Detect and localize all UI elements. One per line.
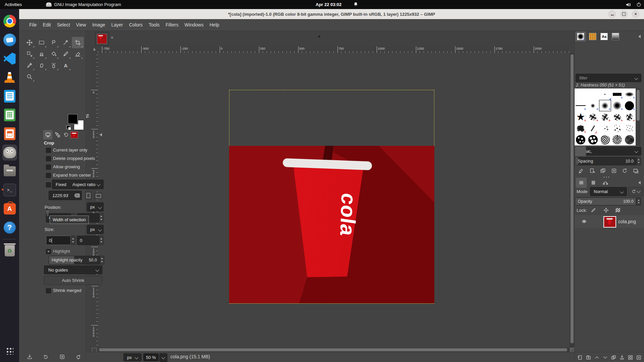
brush-cell-21[interactable] bbox=[575, 134, 587, 145]
dock-item-vscode[interactable] bbox=[1, 49, 18, 68]
brush-cell-8-selected[interactable]: + bbox=[599, 100, 611, 111]
reset-button[interactable] bbox=[75, 354, 81, 360]
brush-cell-10[interactable]: + bbox=[624, 100, 636, 111]
focused-app-indicator[interactable]: GNU Image Manipulation Program bbox=[46, 2, 121, 7]
dock-item-terminal[interactable]: >_ bbox=[1, 181, 18, 199]
brush-cell-4[interactable]: + bbox=[611, 88, 623, 100]
restore-button[interactable] bbox=[43, 354, 49, 360]
tool-move[interactable] bbox=[23, 37, 36, 48]
layer-opacity-slider[interactable]: Opacity 100.0 bbox=[575, 197, 636, 205]
dock-item-gimp[interactable] bbox=[1, 143, 18, 162]
brush-cell-14[interactable]: + bbox=[611, 111, 623, 123]
tab-layers[interactable] bbox=[576, 178, 587, 188]
bell-icon[interactable] bbox=[353, 2, 358, 7]
menu-view[interactable]: View bbox=[73, 19, 89, 31]
checkbox-allow-growing[interactable] bbox=[46, 165, 51, 170]
vertical-scrollbar-thumb[interactable] bbox=[571, 54, 574, 343]
position-y-spinner[interactable] bbox=[99, 213, 104, 223]
brush-cell-15[interactable]: + bbox=[624, 111, 636, 123]
brush-scrollbar-thumb[interactable] bbox=[637, 90, 640, 121]
checkbox-shrink-merged[interactable] bbox=[46, 288, 51, 293]
clear-icon[interactable]: × bbox=[74, 193, 80, 198]
tab-device-status[interactable] bbox=[53, 130, 62, 139]
tool-airbrush[interactable] bbox=[48, 60, 60, 71]
lock-alpha-icon[interactable] bbox=[615, 208, 620, 212]
new-brush-button[interactable] bbox=[589, 168, 595, 174]
new-layer-button[interactable] bbox=[577, 355, 583, 360]
menu-colors[interactable]: Colors bbox=[126, 19, 146, 31]
raise-layer-button[interactable] bbox=[594, 355, 600, 360]
tab-paths[interactable] bbox=[600, 178, 611, 188]
brush-cell-5[interactable]: + bbox=[624, 88, 636, 100]
dock-item-trash[interactable]: ♻ bbox=[1, 241, 18, 260]
delete-brush-button[interactable] bbox=[611, 168, 617, 174]
highlight-opacity-slider[interactable]: Highlight opacity 50.0 bbox=[49, 256, 100, 264]
minimize-button[interactable] bbox=[608, 10, 616, 18]
tab-fonts[interactable]: Aa bbox=[599, 32, 609, 42]
ruler-origin-button[interactable] bbox=[91, 46, 98, 53]
delete-layer-button[interactable] bbox=[636, 355, 642, 360]
tool-free-select[interactable] bbox=[48, 37, 60, 48]
dock-item-writer[interactable] bbox=[1, 87, 18, 106]
tool-smudge[interactable] bbox=[36, 60, 48, 71]
checkbox-highlight[interactable]: × bbox=[46, 249, 51, 254]
brush-cell-7[interactable]: + bbox=[587, 100, 599, 111]
brush-cell-23[interactable] bbox=[599, 134, 611, 145]
dock-item-impress[interactable] bbox=[1, 124, 18, 143]
brush-cell-18[interactable]: + bbox=[599, 123, 611, 134]
brush-cell-17[interactable] bbox=[587, 123, 599, 134]
tool-eraser[interactable] bbox=[72, 48, 84, 60]
tool-zoom[interactable] bbox=[23, 71, 36, 82]
menu-windows[interactable]: Windows bbox=[181, 19, 207, 31]
lock-pixels-icon[interactable] bbox=[591, 207, 596, 213]
mode-switch-button[interactable] bbox=[628, 187, 643, 196]
brush-filter-input[interactable]: filter bbox=[576, 74, 641, 82]
brush-cell-13[interactable]: + bbox=[599, 111, 611, 123]
image-viewport[interactable]: cola bbox=[98, 53, 569, 348]
duplicate-layer-button[interactable] bbox=[611, 355, 616, 360]
checkbox-expand-from-center[interactable] bbox=[46, 173, 51, 178]
aspect-ratio-input[interactable]: 1225:93 × bbox=[49, 191, 82, 200]
tool-paintbrush[interactable] bbox=[60, 48, 72, 60]
spacing-slider[interactable]: Spacing 10.0 bbox=[575, 157, 636, 165]
layer-thumbnail[interactable] bbox=[603, 216, 616, 228]
brush-cell-16[interactable]: + bbox=[575, 123, 587, 134]
dock-item-software[interactable]: A bbox=[1, 199, 18, 218]
add-mask-button[interactable] bbox=[628, 355, 633, 360]
size-height-spinner[interactable] bbox=[99, 236, 104, 245]
tool-clone[interactable] bbox=[36, 48, 48, 60]
image-tab-close[interactable]: × bbox=[111, 35, 113, 40]
menu-filters[interactable]: Filters bbox=[163, 19, 181, 31]
maximize-button[interactable] bbox=[620, 10, 628, 18]
tool-bucket-fill[interactable] bbox=[48, 48, 60, 60]
horizontal-ruler[interactable]: -750-500-2500250500750100012501500175020… bbox=[98, 46, 569, 53]
vertical-scrollbar[interactable] bbox=[570, 53, 574, 348]
horizontal-scrollbar[interactable] bbox=[98, 348, 569, 352]
menu-help[interactable]: Help bbox=[207, 19, 222, 31]
duplicate-brush-button[interactable] bbox=[600, 168, 606, 174]
dock-item-calc[interactable] bbox=[1, 106, 18, 124]
brush-cell-24[interactable] bbox=[611, 134, 623, 145]
guides-dropdown[interactable]: No guides bbox=[44, 265, 102, 274]
brush-cell-11[interactable]: ★+ bbox=[575, 111, 587, 123]
menu-file[interactable]: File bbox=[26, 19, 40, 31]
position-unit-dropdown[interactable]: px bbox=[87, 202, 104, 212]
tool-transform[interactable] bbox=[23, 48, 36, 60]
tab-brushes[interactable] bbox=[575, 32, 586, 42]
dock-item-chrome[interactable] bbox=[1, 12, 18, 31]
size-height-input[interactable]: 0 bbox=[77, 236, 99, 245]
lock-position-icon[interactable] bbox=[603, 207, 609, 213]
dock-item-help[interactable]: ? bbox=[1, 218, 18, 237]
brush-cell-22[interactable] bbox=[587, 134, 599, 145]
portrait-orientation-button[interactable] bbox=[85, 191, 92, 199]
menu-edit[interactable]: Edit bbox=[40, 19, 54, 31]
spacing-spinner[interactable] bbox=[636, 157, 641, 165]
fixed-mode-dropdown[interactable]: Fixed Aspect ratio bbox=[52, 180, 104, 189]
brush-cell-2[interactable] bbox=[587, 88, 599, 100]
open-brush-as-image-button[interactable] bbox=[633, 168, 639, 174]
brush-cell-12[interactable]: + bbox=[587, 111, 599, 123]
brush-cell-3[interactable] bbox=[599, 88, 611, 100]
new-layer-group-button[interactable] bbox=[586, 355, 591, 360]
highlight-opacity-spinner[interactable] bbox=[100, 256, 104, 264]
tab-tool-options[interactable] bbox=[43, 130, 52, 139]
